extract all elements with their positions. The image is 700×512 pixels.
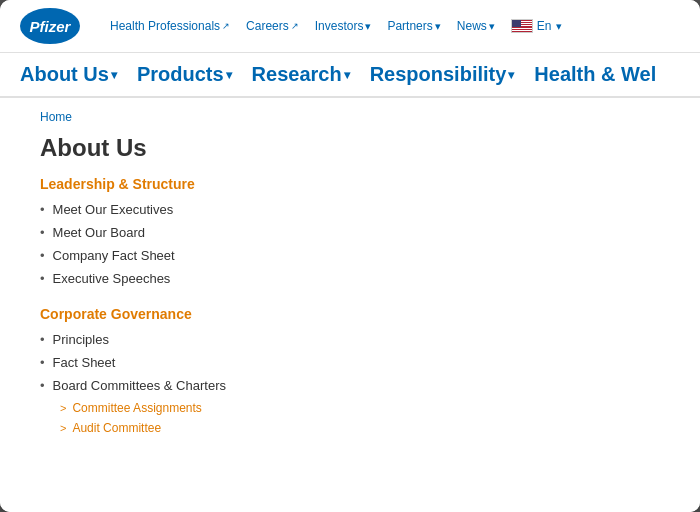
chevron-down-icon: ▾ [556, 20, 562, 33]
main-nav-health-wellness[interactable]: Health & Wel [534, 63, 656, 86]
list-item: Fact Sheet [40, 355, 680, 370]
principles-link[interactable]: Principles [53, 332, 109, 347]
list-item: Meet Our Executives [40, 202, 680, 217]
fact-sheet-link[interactable]: Fact Sheet [53, 355, 116, 370]
list-item: Board Committees & Charters [40, 378, 680, 393]
nav-link-health-professionals[interactable]: Health Professionals ↗ [110, 19, 230, 33]
us-flag-icon [511, 19, 533, 33]
nav-link-careers[interactable]: Careers ↗ [246, 19, 299, 33]
nav-link-news[interactable]: News ▾ [457, 19, 495, 33]
content-area: Home About Us Leadership & Structure Mee… [0, 98, 700, 512]
main-nav-responsibility[interactable]: Responsibility▾ [370, 63, 535, 86]
nav-link-partners[interactable]: Partners ▾ [387, 19, 440, 33]
language-selector[interactable]: En ▾ [511, 19, 562, 33]
board-committees-label: Board Committees & Charters [53, 378, 226, 393]
section-leadership: Leadership & Structure Meet Our Executiv… [40, 176, 680, 286]
sub-list-container: Committee Assignments Audit Committee [40, 401, 680, 435]
section-corporate-governance: Corporate Governance Principles Fact She… [40, 306, 680, 435]
chevron-down-icon: ▾ [508, 68, 514, 82]
section-heading-leadership: Leadership & Structure [40, 176, 680, 192]
page-title: About Us [40, 134, 680, 162]
external-link-icon: ↗ [222, 21, 230, 31]
chevron-down-icon: ▾ [111, 68, 117, 82]
main-nav-about-us[interactable]: About Us▾ [20, 63, 137, 86]
main-nav-bar: About Us▾ Products▾ Research▾ Responsibi… [0, 53, 700, 98]
main-nav-products[interactable]: Products▾ [137, 63, 252, 86]
list-item: Principles [40, 332, 680, 347]
meet-board-link[interactable]: Meet Our Board [53, 225, 146, 240]
list-item: Executive Speeches [40, 271, 680, 286]
meet-executives-link[interactable]: Meet Our Executives [53, 202, 174, 217]
executive-speeches-link[interactable]: Executive Speeches [53, 271, 171, 286]
top-nav-links: Health Professionals ↗ Careers ↗ Investo… [110, 19, 680, 33]
company-fact-sheet-link[interactable]: Company Fact Sheet [53, 248, 175, 263]
leadership-list: Meet Our Executives Meet Our Board Compa… [40, 202, 680, 286]
corporate-governance-list: Principles Fact Sheet Board Committees &… [40, 332, 680, 435]
breadcrumb[interactable]: Home [40, 110, 680, 124]
top-nav-bar: Pfizer Health Professionals ↗ Careers ↗ … [0, 0, 700, 53]
browser-window: Pfizer Health Professionals ↗ Careers ↗ … [0, 0, 700, 512]
audit-committee-link[interactable]: Audit Committee [72, 421, 161, 435]
chevron-down-icon: ▾ [435, 20, 441, 33]
chevron-down-icon: ▾ [489, 20, 495, 33]
list-item: Committee Assignments [60, 401, 680, 415]
list-item: Company Fact Sheet [40, 248, 680, 263]
main-nav-research[interactable]: Research▾ [252, 63, 370, 86]
list-item: Meet Our Board [40, 225, 680, 240]
chevron-down-icon: ▾ [344, 68, 350, 82]
section-heading-corporate-governance: Corporate Governance [40, 306, 680, 322]
list-item: Audit Committee [60, 421, 680, 435]
chevron-down-icon: ▾ [226, 68, 232, 82]
nav-link-investors[interactable]: Investors ▾ [315, 19, 372, 33]
committee-assignments-link[interactable]: Committee Assignments [72, 401, 201, 415]
chevron-down-icon: ▾ [365, 20, 371, 33]
board-committees-sub-list: Committee Assignments Audit Committee [60, 401, 680, 435]
external-link-icon: ↗ [291, 21, 299, 31]
pfizer-logo[interactable]: Pfizer [20, 8, 80, 44]
